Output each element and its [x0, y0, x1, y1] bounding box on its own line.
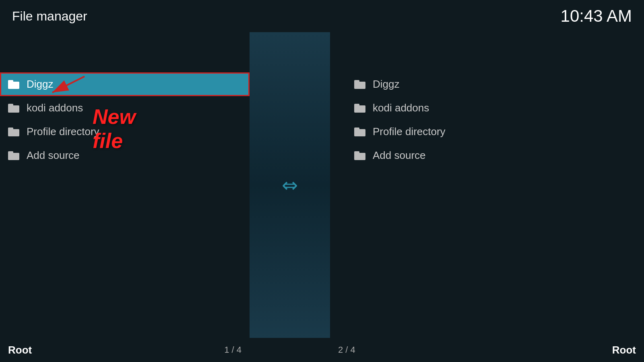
list-item[interactable]: Add source — [346, 144, 644, 167]
folder-icon — [354, 80, 365, 89]
header: File manager 10:43 AM — [0, 0, 644, 32]
item-label: kodi addons — [373, 102, 429, 114]
left-page-indicator: 1 / 4 — [224, 345, 242, 355]
item-label: kodi addons — [27, 102, 83, 114]
list-item[interactable]: Diggz — [0, 72, 250, 96]
item-label: Diggz — [27, 78, 53, 90]
list-item[interactable]: kodi addons — [346, 96, 644, 120]
item-label: Add source — [27, 149, 80, 162]
item-label: Profile directory — [373, 125, 446, 138]
left-file-list: Diggz kodi addons Profile directory Add … — [0, 72, 250, 167]
right-panel: Diggz kodi addons Profile directory Add … — [330, 32, 644, 338]
left-root-label: Root — [8, 344, 32, 356]
folder-icon — [354, 128, 365, 136]
main-layout: Diggz kodi addons Profile directory Add … — [0, 32, 644, 338]
list-item[interactable]: Add source — [0, 144, 250, 167]
list-item[interactable]: Profile directory — [0, 120, 250, 144]
item-label: Diggz — [373, 78, 399, 90]
right-file-list: Diggz kodi addons Profile directory Add … — [346, 72, 644, 167]
item-label: Add source — [373, 149, 426, 162]
left-panel: Diggz kodi addons Profile directory Add … — [0, 32, 250, 338]
footer: Root 1 / 4 2 / 4 Root — [0, 338, 644, 362]
list-item[interactable]: kodi addons — [0, 96, 250, 120]
folder-icon — [8, 104, 19, 113]
right-root-label: Root — [612, 344, 636, 356]
folder-icon — [8, 80, 19, 89]
folder-icon — [354, 104, 365, 113]
app-title: File manager — [12, 9, 87, 24]
item-label: Profile directory — [27, 125, 99, 138]
folder-icon — [8, 128, 19, 136]
right-page-indicator: 2 / 4 — [338, 345, 355, 355]
list-item[interactable]: Diggz — [346, 72, 644, 96]
list-item[interactable]: Profile directory — [346, 120, 644, 144]
clock: 10:43 AM — [561, 6, 632, 26]
folder-icon — [8, 151, 19, 160]
footer-left: Root 1 / 4 — [0, 344, 250, 356]
center-panel: ⇔ — [250, 32, 330, 338]
transfer-icon: ⇔ — [282, 174, 298, 196]
footer-right: 2 / 4 Root — [330, 344, 644, 356]
folder-icon — [354, 151, 365, 160]
